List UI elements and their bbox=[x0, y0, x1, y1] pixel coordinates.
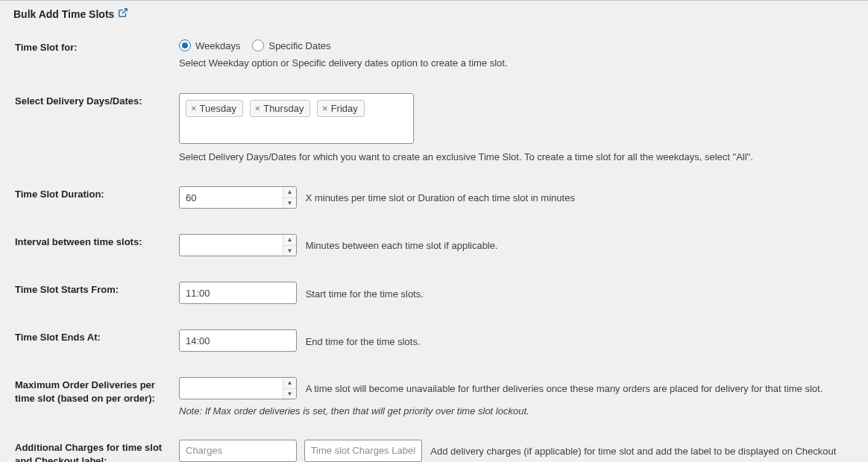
external-link-icon[interactable] bbox=[118, 7, 128, 20]
help-max: A time slot will become unavailable for … bbox=[306, 383, 823, 394]
help-time-slot-for: Select Weekday option or Specific delive… bbox=[179, 56, 861, 71]
section-title-text: Bulk Add Time Slots bbox=[13, 8, 114, 20]
duration-input[interactable] bbox=[179, 186, 297, 209]
help-start: Start time for the time slots. bbox=[306, 288, 424, 300]
label-end: Time Slot Ends At: bbox=[0, 329, 179, 377]
radio-weekdays-label: Weekdays bbox=[195, 40, 240, 51]
max-deliveries-input[interactable] bbox=[179, 377, 297, 399]
radio-specific-dates[interactable]: Specific Dates bbox=[252, 39, 330, 51]
help-interval: Minutes between each time slot if applic… bbox=[306, 240, 498, 251]
tag-thursday[interactable]: × Thursday bbox=[250, 100, 311, 117]
close-icon[interactable]: × bbox=[191, 104, 197, 113]
multiselect-days[interactable]: × Tuesday × Thursday × Friday bbox=[179, 93, 414, 144]
start-time-input[interactable] bbox=[179, 282, 297, 304]
help-select-days: Select Delivery Days/Dates for which you… bbox=[179, 150, 861, 165]
label-duration: Time Slot Duration: bbox=[0, 186, 179, 234]
radio-icon bbox=[252, 39, 264, 51]
note-max: Note: If Max order deliveries is set, th… bbox=[179, 404, 861, 419]
end-time-input[interactable] bbox=[179, 329, 297, 352]
tag-label: Friday bbox=[331, 103, 358, 114]
radio-specific-label: Specific Dates bbox=[268, 40, 330, 51]
charges-label-input[interactable] bbox=[304, 440, 422, 462]
svg-line-0 bbox=[122, 9, 127, 13]
label-max: Maximum Order Deliveries per time slot (… bbox=[0, 377, 179, 440]
radio-weekdays[interactable]: Weekdays bbox=[179, 39, 240, 51]
section-title: Bulk Add Time Slots bbox=[0, 1, 868, 20]
close-icon[interactable]: × bbox=[255, 104, 261, 113]
label-start: Time Slot Starts From: bbox=[0, 282, 179, 329]
label-select-days: Select Delivery Days/Dates: bbox=[0, 93, 179, 187]
help-duration: X minutes per time slot or Duration of e… bbox=[306, 192, 575, 203]
close-icon[interactable]: × bbox=[322, 104, 328, 113]
charges-input[interactable] bbox=[179, 440, 297, 462]
tag-friday[interactable]: × Friday bbox=[317, 100, 365, 117]
label-charges: Additional Charges for time slot and Che… bbox=[0, 440, 179, 463]
tag-label: Tuesday bbox=[200, 103, 236, 114]
tag-label: Thursday bbox=[263, 103, 304, 114]
radio-icon bbox=[179, 39, 191, 51]
help-end: End time for the time slots. bbox=[306, 336, 421, 347]
tag-tuesday[interactable]: × Tuesday bbox=[186, 100, 243, 117]
label-time-slot-for: Time Slot for: bbox=[0, 39, 179, 93]
interval-input[interactable] bbox=[179, 234, 297, 256]
label-interval: Interval between time slots: bbox=[0, 234, 179, 282]
